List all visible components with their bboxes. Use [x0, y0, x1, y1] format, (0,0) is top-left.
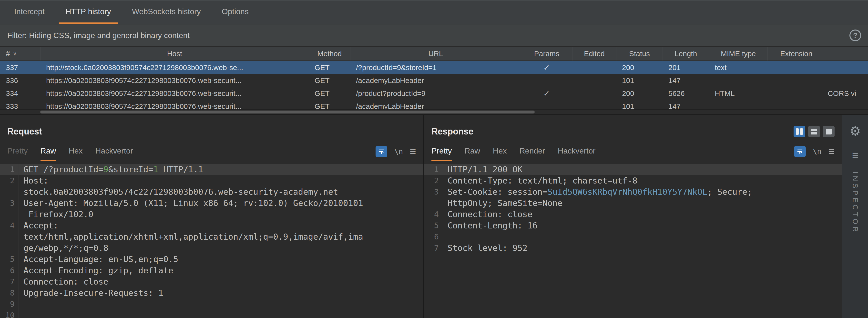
line-content: Upgrade-Insecure-Requests: 1 — [19, 287, 163, 298]
request-tab-hex[interactable]: Hex — [69, 142, 83, 161]
line-content: GET /?productId=9&storeId=1 HTTP/1.1 — [19, 164, 203, 175]
response-tab-pretty[interactable]: Pretty — [431, 142, 452, 161]
single-layout-button[interactable] — [823, 126, 835, 137]
editor-line[interactable]: HttpOnly; SameSite=None — [424, 197, 842, 209]
column-header-extension[interactable]: Extension — [768, 47, 825, 61]
horizontal-scrollbar[interactable] — [0, 109, 868, 114]
editor-menu-icon[interactable]: ≡ — [410, 146, 416, 157]
table-cell — [768, 87, 825, 100]
editor-line[interactable]: 5Content-Length: 16 — [424, 220, 842, 231]
table-cell — [825, 100, 868, 109]
column-header-host[interactable]: Host — [40, 47, 309, 61]
editor-line[interactable]: 3Set-Cookie: session=SuId5QW6sKRbqVrNhQ0… — [424, 186, 842, 197]
editor-line[interactable]: 8Upgrade-Insecure-Requests: 1 — [0, 287, 423, 298]
line-number: 4 — [424, 209, 443, 220]
inspector-label[interactable]: INSPECTOR — [851, 171, 860, 234]
table-cell — [768, 74, 825, 87]
column-header-method[interactable]: Method — [309, 47, 350, 61]
request-editor[interactable]: 1GET /?productId=9&storeId=1 HTTP/1.12Ho… — [0, 161, 423, 318]
editor-line[interactable]: 7Connection: close — [0, 276, 423, 287]
line-content: Connection: close — [19, 276, 108, 287]
table-cell: http://stock.0a02003803f90574c2271298003… — [40, 61, 309, 74]
column-header--[interactable]: #∨ — [0, 47, 40, 61]
editor-line[interactable]: 2Content-Type: text/html; charset=utf-8 — [424, 175, 842, 186]
request-panel: Request Pretty Raw Hex Hackvertor \n ≡ 1 — [0, 115, 423, 318]
table-cell: ✓ — [521, 87, 572, 100]
table-cell: HTML — [709, 87, 768, 100]
line-content — [443, 231, 447, 242]
response-tab-hex[interactable]: Hex — [493, 142, 507, 161]
columns-layout-button[interactable] — [794, 126, 805, 137]
editor-line[interactable]: 6 — [424, 231, 842, 242]
editor-line[interactable]: 7Stock level: 952 — [424, 242, 842, 254]
soft-wrap-toggle-icon[interactable] — [376, 146, 387, 157]
editor-line[interactable]: 2Host: — [0, 175, 423, 186]
tab-http-history[interactable]: HTTP history — [59, 0, 118, 24]
request-title-row: Request — [0, 121, 423, 142]
response-tab-raw[interactable]: Raw — [465, 142, 480, 161]
request-tab-raw[interactable]: Raw — [40, 142, 56, 161]
show-newlines-icon[interactable]: \n — [394, 147, 403, 156]
editor-line[interactable]: text/html,application/xhtml+xml,applicat… — [0, 231, 423, 242]
editor-line[interactable]: 6Accept-Encoding: gzip, deflate — [0, 265, 423, 276]
table-cell: 337 — [0, 61, 40, 74]
history-table-row[interactable]: 333https://0a02003803f90574c2271298003b0… — [0, 100, 868, 109]
rows-layout-button[interactable] — [808, 126, 820, 137]
editor-line[interactable]: stock.0a02003803f90574c2271298003b0076.w… — [0, 186, 423, 197]
editor-line[interactable]: 1HTTP/1.1 200 OK — [424, 164, 842, 175]
request-tab-pretty[interactable]: Pretty — [7, 142, 28, 161]
filter-bar[interactable]: Filter: Hiding CSS, image and general bi… — [0, 24, 868, 47]
history-table-row[interactable]: 337http://stock.0a02003803f90574c2271298… — [0, 61, 868, 74]
column-header-title[interactable] — [825, 47, 868, 61]
editor-line[interactable]: 3User-Agent: Mozilla/5.0 (X11; Linux x86… — [0, 197, 423, 209]
line-content: Accept: — [19, 220, 58, 231]
editor-line[interactable]: 5Accept-Language: en-US,en;q=0.5 — [0, 254, 423, 265]
editor-line[interactable]: 4Connection: close — [424, 209, 842, 220]
table-cell — [825, 74, 868, 87]
response-tab-hackvertor[interactable]: Hackvertor — [558, 142, 595, 161]
line-number: 4 — [0, 220, 19, 231]
column-header-mime-type[interactable]: MIME type — [709, 47, 768, 61]
request-tab-hackvertor[interactable]: Hackvertor — [95, 142, 133, 161]
line-content: text/html,application/xhtml+xml,applicat… — [19, 231, 363, 242]
editor-menu-icon[interactable]: ≡ — [828, 146, 835, 157]
settings-gear-icon[interactable]: ⚙ — [849, 125, 861, 137]
editor-line[interactable]: ge/webp,*/*;q=0.8 — [0, 242, 423, 254]
show-newlines-icon[interactable]: \n — [813, 147, 822, 156]
request-editor-controls: \n ≡ — [376, 142, 416, 161]
column-header-params[interactable]: Params — [521, 47, 572, 61]
column-header-length[interactable]: Length — [662, 47, 709, 61]
tab-options[interactable]: Options — [215, 0, 255, 24]
inspector-menu-icon[interactable]: ≡ — [852, 150, 859, 161]
soft-wrap-toggle-icon[interactable] — [794, 146, 806, 157]
editor-line[interactable]: 1GET /?productId=9&storeId=1 HTTP/1.1 — [0, 164, 423, 175]
line-number: 8 — [0, 287, 19, 298]
table-cell: 333 — [0, 100, 40, 109]
editor-line[interactable]: Firefox/102.0 — [0, 209, 423, 220]
line-number: 1 — [0, 164, 19, 175]
column-header-status[interactable]: Status — [616, 47, 662, 61]
tab-intercept[interactable]: Intercept — [7, 0, 52, 24]
table-cell: GET — [309, 87, 350, 100]
response-editor[interactable]: 1HTTP/1.1 200 OK2Content-Type: text/html… — [424, 161, 842, 318]
history-table-row[interactable]: 336https://0a02003803f90574c2271298003b0… — [0, 74, 868, 87]
help-icon[interactable]: ? — [849, 30, 861, 41]
response-tab-render[interactable]: Render — [520, 142, 545, 161]
scrollbar-thumb[interactable] — [40, 110, 535, 114]
history-table-row[interactable]: 334https://0a02003803f90574c2271298003b0… — [0, 87, 868, 100]
column-header-url[interactable]: URL — [350, 47, 521, 61]
table-cell: https://0a02003803f90574c2271298003b0076… — [40, 100, 309, 109]
editor-line[interactable]: 10 — [0, 310, 423, 318]
column-header-edited[interactable]: Edited — [572, 47, 616, 61]
table-cell: 101 — [616, 100, 662, 109]
response-tabs-row: Pretty Raw Hex Render Hackvertor \n ≡ — [424, 142, 842, 161]
tab-websockets-history[interactable]: WebSockets history — [125, 0, 208, 24]
inspector-strip[interactable]: ⚙ ≡ INSPECTOR — [842, 115, 868, 318]
editor-line[interactable]: 9 — [0, 298, 423, 310]
line-number: 10 — [0, 310, 19, 318]
editor-line[interactable]: 4Accept: — [0, 220, 423, 231]
line-content: Host: — [19, 175, 48, 186]
line-number: 7 — [0, 276, 19, 287]
line-number: 5 — [424, 220, 443, 231]
table-cell: /academyLabHeader — [350, 74, 521, 87]
